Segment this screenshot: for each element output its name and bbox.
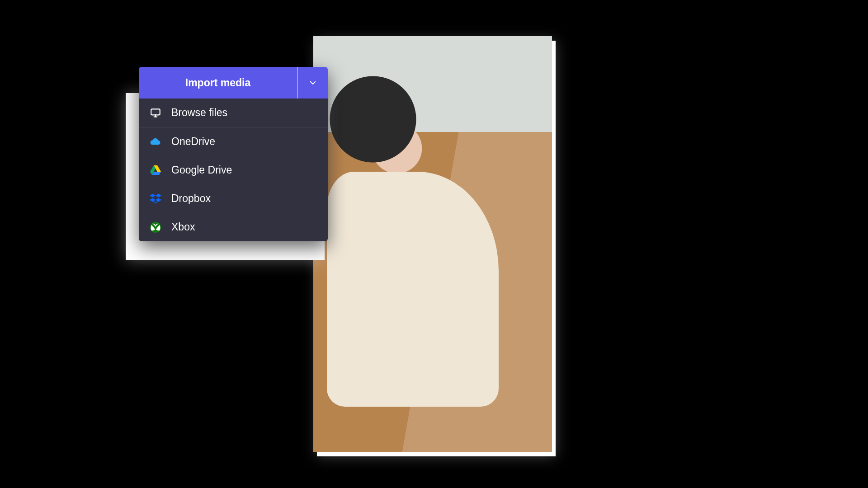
monitor-icon [150,107,161,119]
import-media-header: Import media [139,67,328,99]
chevron-down-icon [309,79,317,87]
menu-item-onedrive[interactable]: OneDrive [139,127,328,156]
google-drive-icon [150,164,161,176]
onedrive-icon [150,136,161,148]
import-media-menu: Browse files OneDrive [139,99,328,241]
import-media-button[interactable]: Import media [139,67,298,99]
menu-item-label: Dropbox [171,192,211,205]
svg-rect-0 [151,109,160,115]
menu-item-label: OneDrive [171,136,215,148]
menu-item-label: Browse files [171,107,227,119]
menu-item-dropbox[interactable]: Dropbox [139,184,328,213]
dropbox-icon [150,193,161,205]
menu-item-label: Xbox [171,221,195,233]
menu-item-google-drive[interactable]: Google Drive [139,156,328,184]
menu-item-label: Google Drive [171,164,232,176]
import-media-panel: Import media Browse files [139,67,328,241]
xbox-icon [150,221,161,233]
import-media-dropdown-toggle[interactable] [298,67,328,99]
stage: Import media Browse files [0,0,868,488]
background-photo [313,36,552,452]
menu-item-xbox[interactable]: Xbox [139,213,328,241]
menu-item-browse-files[interactable]: Browse files [139,99,328,127]
